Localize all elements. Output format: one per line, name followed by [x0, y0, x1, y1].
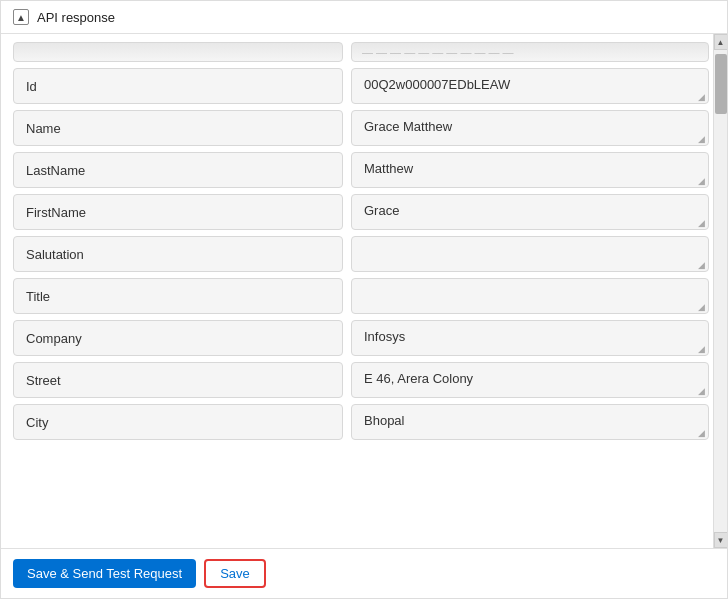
header: ▲ API response [1, 1, 727, 34]
field-value-company[interactable]: Infosys◢ [351, 320, 709, 356]
field-value-city[interactable]: Bhopal◢ [351, 404, 709, 440]
table-row: CityBhopal◢ [13, 404, 709, 440]
resize-handle-icon: ◢ [698, 261, 706, 269]
resize-handle-icon: ◢ [698, 345, 706, 353]
field-label-salutation: Salutation [13, 236, 343, 272]
field-value-title[interactable]: ◢ [351, 278, 709, 314]
scroll-up-button[interactable]: ▲ [714, 34, 728, 50]
table-row: Salutation◢ [13, 236, 709, 272]
field-value-salutation[interactable]: ◢ [351, 236, 709, 272]
footer: Save & Send Test Request Save [1, 548, 727, 598]
faded-value: — — — — — — — — — — — [351, 42, 709, 62]
save-button[interactable]: Save [204, 559, 266, 588]
table-row: StreetE 46, Arera Colony◢ [13, 362, 709, 398]
resize-handle-icon: ◢ [698, 429, 706, 437]
resize-handle-icon: ◢ [698, 177, 706, 185]
table-row: CompanyInfosys◢ [13, 320, 709, 356]
fields-list: Id00Q2w000007EDbLEAW◢NameGrace Matthew◢L… [13, 68, 709, 440]
api-response-container: ▲ API response — — — — — — — — — — — Id0… [0, 0, 728, 599]
table-row: Id00Q2w000007EDbLEAW◢ [13, 68, 709, 104]
scrollbar-thumb[interactable] [715, 54, 727, 114]
field-label-name: Name [13, 110, 343, 146]
field-label-lastname: LastName [13, 152, 343, 188]
collapse-icon[interactable]: ▲ [13, 9, 29, 25]
resize-handle-icon: ◢ [698, 303, 706, 311]
resize-handle-icon: ◢ [698, 387, 706, 395]
scroll-down-button[interactable]: ▼ [714, 532, 728, 548]
resize-handle-icon: ◢ [698, 219, 706, 227]
table-row: Title◢ [13, 278, 709, 314]
field-value-id[interactable]: 00Q2w000007EDbLEAW◢ [351, 68, 709, 104]
field-label-city: City [13, 404, 343, 440]
field-value-street[interactable]: E 46, Arera Colony◢ [351, 362, 709, 398]
faded-row: — — — — — — — — — — — [13, 42, 709, 62]
save-send-button[interactable]: Save & Send Test Request [13, 559, 196, 588]
scrollbar-track: ▲ ▼ [713, 34, 727, 548]
faded-label [13, 42, 343, 62]
field-label-id: Id [13, 68, 343, 104]
main-area: — — — — — — — — — — — Id00Q2w000007EDbLE… [1, 34, 727, 548]
field-label-title: Title [13, 278, 343, 314]
field-value-firstname[interactable]: Grace◢ [351, 194, 709, 230]
table-row: FirstNameGrace◢ [13, 194, 709, 230]
header-title: API response [37, 10, 115, 25]
table-row: LastNameMatthew◢ [13, 152, 709, 188]
field-label-street: Street [13, 362, 343, 398]
resize-handle-icon: ◢ [698, 93, 706, 101]
field-label-company: Company [13, 320, 343, 356]
resize-handle-icon: ◢ [698, 135, 706, 143]
field-value-lastname[interactable]: Matthew◢ [351, 152, 709, 188]
fields-content: — — — — — — — — — — — Id00Q2w000007EDbLE… [1, 34, 713, 548]
field-value-name[interactable]: Grace Matthew◢ [351, 110, 709, 146]
field-label-firstname: FirstName [13, 194, 343, 230]
table-row: NameGrace Matthew◢ [13, 110, 709, 146]
